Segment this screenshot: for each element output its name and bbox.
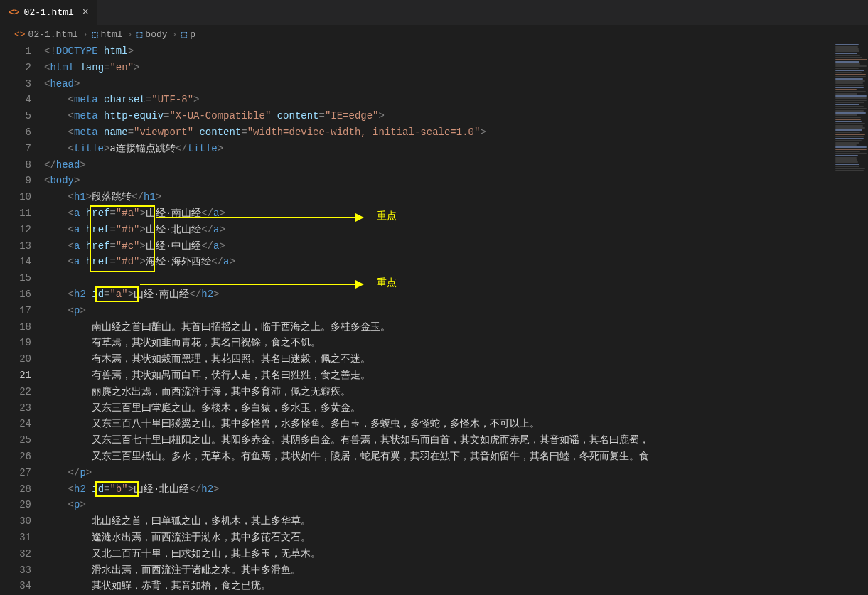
code-line[interactable]: <p> <box>44 497 868 513</box>
code-line[interactable]: 有木焉，其状如榖而黑理，其花四照。其名曰迷榖，佩之不迷。 <box>44 351 868 368</box>
breadcrumb-part[interactable]: body <box>145 29 167 40</box>
code-line[interactable]: <a href="#d">海经·海外西经</a> <box>44 254 868 270</box>
code-line[interactable]: <head> <box>44 76 868 92</box>
line-number: 22 <box>0 384 31 400</box>
code-line[interactable]: 又东三百里柢山。多水，无草木。有鱼焉，其状如牛，陵居，蛇尾有翼，其羽在魼下，其音… <box>44 449 868 465</box>
tab-bar: <> 02-1.html × <box>0 0 868 25</box>
line-number: 1 <box>0 43 31 60</box>
file-html-icon: <> <box>9 7 20 18</box>
line-number: 12 <box>0 222 31 238</box>
code-line[interactable]: <a href="#a">山经·南山经</a> <box>44 205 868 222</box>
line-number: 20 <box>0 351 31 368</box>
line-number: 4 <box>0 92 31 108</box>
code-line[interactable]: 有草焉，其状如韭而青花，其名曰祝馀，食之不饥。 <box>44 335 868 351</box>
code-line[interactable]: 滑水出焉，而西流注于诸毗之水。其中多滑鱼。 <box>44 562 868 579</box>
code-content[interactable]: 重点 重点 <!DOCTYPE html><html lang="en"><he… <box>44 43 868 595</box>
symbol-icon: ⬚ <box>181 28 187 40</box>
line-number: 23 <box>0 400 31 417</box>
line-number: 6 <box>0 124 31 141</box>
line-number: 34 <box>0 578 31 594</box>
code-line[interactable]: <p> <box>44 303 868 319</box>
code-line[interactable]: <meta name="viewport" content="width=dev… <box>44 124 868 141</box>
code-line[interactable]: 又东三百八十里曰猨翼之山。其中多怪兽，水多怪鱼。多白玉，多蝮虫，多怪蛇，多怪木，… <box>44 416 868 432</box>
editor-area: 1234567891011121314151617181920212223242… <box>0 43 868 595</box>
line-number: 33 <box>0 562 31 579</box>
line-number: 17 <box>0 303 31 319</box>
line-number: 16 <box>0 286 31 303</box>
chevron-right-icon: › <box>127 29 133 40</box>
breadcrumb-part[interactable]: html <box>100 29 122 40</box>
code-line[interactable]: 北山经之首，曰单狐之山，多机木，其上多华草。 <box>44 513 868 530</box>
line-number: 24 <box>0 416 31 432</box>
code-line[interactable] <box>44 270 868 286</box>
line-number: 18 <box>0 319 31 336</box>
line-number: 26 <box>0 449 31 465</box>
line-number: 13 <box>0 238 31 254</box>
line-number: 10 <box>0 189 31 205</box>
close-icon[interactable]: × <box>82 6 89 18</box>
line-number: 32 <box>0 546 31 562</box>
code-line[interactable]: <!DOCTYPE html> <box>44 43 868 60</box>
line-number: 29 <box>0 497 31 513</box>
line-number: 19 <box>0 335 31 351</box>
chevron-right-icon: › <box>82 29 88 40</box>
code-line[interactable]: 其状如鱓，赤背，其音如梧，食之已疣。 <box>44 578 868 594</box>
line-number: 31 <box>0 530 31 546</box>
code-line[interactable]: 逢漨水出焉，而西流注于泑水，其中多芘石文石。 <box>44 530 868 546</box>
code-line[interactable]: <meta http-equiv="X-UA-Compatible" conte… <box>44 108 868 124</box>
code-line[interactable]: <h2 id="b">山经·北山经</h2> <box>44 481 868 498</box>
code-line[interactable]: 又北二百五十里，曰求如之山，其上多玉，无草木。 <box>44 546 868 562</box>
line-number: 7 <box>0 141 31 157</box>
line-number-gutter: 1234567891011121314151617181920212223242… <box>0 43 44 595</box>
line-number: 21 <box>0 368 31 384</box>
minimap[interactable] <box>832 43 868 595</box>
code-line[interactable]: <html lang="en"> <box>44 60 868 76</box>
code-line[interactable]: 南山经之首曰䧿山。其首曰招摇之山，临于西海之上。多桂多金玉。 <box>44 319 868 336</box>
line-number: 28 <box>0 481 31 498</box>
line-number: 30 <box>0 513 31 530</box>
code-line[interactable]: </p> <box>44 465 868 481</box>
tab-filename: 02-1.html <box>24 7 74 18</box>
breadcrumb[interactable]: <> 02-1.html › ⬚ html › ⬚ body › ⬚ p <box>0 25 868 43</box>
code-line[interactable]: <h2 id="a">山经·南山经</h2> <box>44 286 868 303</box>
line-number: 3 <box>0 76 31 92</box>
symbol-icon: ⬚ <box>137 28 143 40</box>
line-number: 25 <box>0 432 31 449</box>
code-line[interactable]: <a href="#b">山经·北山经</a> <box>44 222 868 238</box>
line-number: 8 <box>0 157 31 173</box>
code-line[interactable]: </head> <box>44 157 868 173</box>
line-number: 2 <box>0 60 31 76</box>
breadcrumb-file[interactable]: 02-1.html <box>28 29 78 40</box>
line-number: 15 <box>0 270 31 286</box>
code-line[interactable]: 又东三百七十里曰杻阳之山。其阳多赤金。其阴多白金。有兽焉，其状如马而白首，其文如… <box>44 432 868 449</box>
symbol-icon: ⬚ <box>92 28 98 40</box>
code-line[interactable]: 丽麂之水出焉，而西流注于海，其中多育沛，佩之无瘕疾。 <box>44 384 868 400</box>
file-html-icon: <> <box>14 29 26 40</box>
code-line[interactable]: <title>a连接锚点跳转</title> <box>44 141 868 157</box>
code-line[interactable]: <meta charset="UTF-8"> <box>44 92 868 108</box>
code-line[interactable]: <h1>段落跳转</h1> <box>44 189 868 205</box>
tab-active[interactable]: <> 02-1.html × <box>0 0 98 25</box>
line-number: 9 <box>0 173 31 189</box>
line-number: 5 <box>0 108 31 124</box>
code-line[interactable]: 又东三百里曰堂庭之山。多棪木，多白猿，多水玉，多黄金。 <box>44 400 868 417</box>
code-line[interactable]: 有兽焉，其状如禺而白耳，伏行人走，其名曰狌狌，食之善走。 <box>44 368 868 384</box>
code-line[interactable]: <a href="#c">山经·中山经</a> <box>44 238 868 254</box>
line-number: 27 <box>0 465 31 481</box>
line-number: 11 <box>0 205 31 222</box>
editor[interactable]: 1234567891011121314151617181920212223242… <box>0 43 868 595</box>
breadcrumb-part[interactable]: p <box>190 29 195 40</box>
chevron-right-icon: › <box>172 29 178 40</box>
code-line[interactable]: <body> <box>44 173 868 189</box>
line-number: 14 <box>0 254 31 270</box>
